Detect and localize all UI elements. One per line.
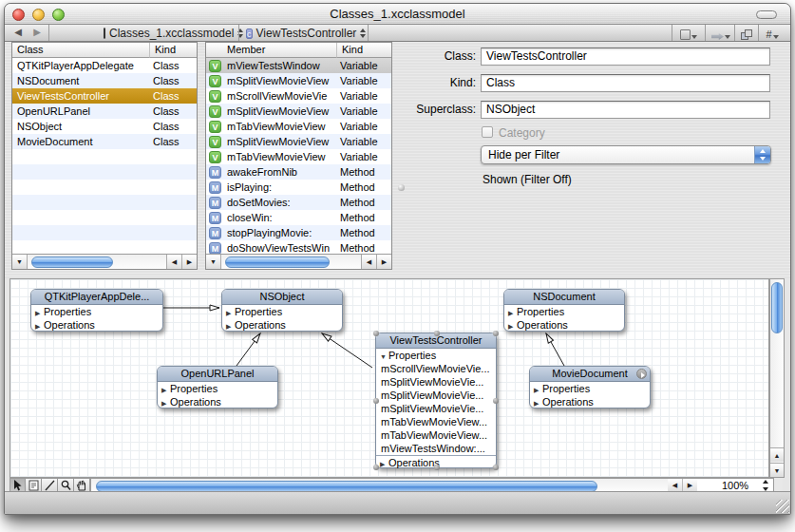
line-number-button[interactable]: # [761,26,784,41]
breakpoints-button[interactable] [708,26,734,41]
scrollbar-thumb[interactable] [96,481,597,492]
operations-row[interactable]: ▶Operations [222,318,342,332]
properties-row[interactable]: ▶Properties [530,382,650,395]
kind-column-header[interactable]: Kind [149,43,197,58]
superclass-field[interactable]: NSObject [481,101,770,119]
counterpart-button[interactable] [736,26,757,41]
class-box-moviedocument[interactable]: MovieDocument ▶Properties ▶Operations [529,366,651,408]
list-options-button[interactable]: ▼ [12,255,28,269]
forward-button[interactable]: ▶ [29,27,45,40]
disclosure-triangle-icon[interactable]: ▶ [380,458,388,468]
table-row[interactable]: NSObject Class [12,119,197,134]
operations-row[interactable]: ▶Operations [530,395,650,408]
property-item[interactable]: mSplitViewMovieVie... [376,375,496,389]
disclosure-triangle-icon[interactable]: ▶ [534,384,542,395]
scroll-down-button[interactable]: ▼ [770,463,784,477]
properties-row[interactable]: ▶Properties [222,305,342,318]
table-row[interactable]: V mScrollViewMovieVie Variable [206,88,391,104]
table-row[interactable]: M doSetMovies: Method [206,195,391,210]
disclosure-triangle-icon[interactable]: ▶ [226,320,235,332]
scroll-right-button[interactable]: ▶ [181,255,197,269]
scroll-right-button[interactable]: ▶ [376,255,391,269]
symbol-popup[interactable]: c ViewTestsController [242,25,364,42]
title-bar[interactable]: Classes_1.xcclassmodel [5,4,790,25]
disclosure-triangle-icon[interactable]: ▶ [35,320,44,332]
class-box-viewtestscontroller-selected[interactable]: ViewTestsController ▼Properties mScrollV… [375,332,497,468]
properties-row[interactable]: ▶Properties [31,305,162,318]
class-column-header[interactable]: Class [12,43,149,58]
filter-popup[interactable]: Hide per Filter [481,145,771,164]
property-item[interactable]: mSplitViewMovieVie... [376,402,496,415]
file-history-popup[interactable]: Classes_1.xcclassmodel [100,25,235,42]
operations-row[interactable]: ▶Operations [158,395,277,408]
property-item[interactable]: mTabViewMovieView... [376,428,496,442]
resize-grip[interactable] [776,500,789,513]
class-box-openurlpanel[interactable]: OpenURLPanel ▶Properties ▶Operations [157,366,278,408]
class-field[interactable]: ViewTestsController [481,48,770,66]
class-list-horizontal-scrollbar[interactable]: ▼ ◀ ▶ [12,254,197,269]
diagram-vertical-scrollbar[interactable]: ▲ ▼ [769,278,785,478]
table-row[interactable]: M awakeFromNib Method [206,164,391,180]
selection-handle[interactable] [493,331,499,336]
selection-handle[interactable] [373,465,379,470]
properties-row[interactable]: ▶Properties [504,305,624,318]
class-box-title[interactable]: MovieDocument [530,367,650,382]
table-row[interactable]: V mTabViewMovieView Variable [206,149,391,164]
table-row[interactable]: M isPlaying: Method [206,180,391,195]
operations-row[interactable]: ▶Operations [504,318,624,332]
class-diagram-canvas[interactable]: QTKitPlayerAppDele... ▶Properties ▶Opera… [9,278,769,478]
property-item[interactable]: mTabViewMovieView... [376,415,496,428]
table-row-selected[interactable]: ViewTestsController Class [12,88,197,104]
back-button[interactable]: ◀ [10,27,26,40]
property-item[interactable]: mViewTestsWindow:... [376,442,496,455]
disclosure-triangle-icon[interactable]: ▶ [161,397,170,408]
table-row[interactable]: V mSplitViewMovieView Variable [206,73,391,88]
selection-handle[interactable] [373,331,379,336]
properties-row-expanded[interactable]: ▼Properties [376,349,496,362]
property-item[interactable]: mScrollViewMovieVie... [376,362,496,375]
zoom-stepper-icon[interactable] [763,480,769,491]
class-box-title[interactable]: OpenURLPanel [158,367,277,382]
scroll-right-button[interactable]: ▶ [682,479,697,492]
table-row[interactable]: OpenURLPanel Class [12,104,197,119]
selection-handle[interactable] [493,398,499,404]
table-row[interactable]: V mTabViewMovieView Variable [206,119,391,134]
disclosure-triangle-icon[interactable]: ▶ [35,307,44,318]
class-box-title[interactable]: NSObject [222,290,342,305]
member-list-horizontal-scrollbar[interactable]: ▼ ◀ ▶ [206,254,391,269]
table-row[interactable]: QTKitPlayerAppDelegate Class [12,58,197,73]
bookmarks-button[interactable] [675,26,702,41]
disclosure-triangle-icon[interactable]: ▶ [534,397,542,408]
property-item[interactable]: mSplitViewMovieVie... [376,389,496,402]
operations-row[interactable]: ▶Operations [31,318,162,332]
kind-column-header[interactable]: Kind [336,43,391,58]
jump-to-class-icon[interactable] [636,369,647,379]
class-box-title[interactable]: QTKitPlayerAppDele... [31,290,162,305]
table-row[interactable]: V mSplitViewMovieView Variable [206,104,391,119]
splitter-dimple[interactable] [398,184,405,191]
selection-handle[interactable] [434,331,440,336]
scrollbar-thumb[interactable] [31,256,113,268]
class-box-title[interactable]: NSDocument [504,290,624,305]
selection-handle[interactable] [493,465,499,470]
disclosure-triangle-icon[interactable]: ▶ [508,320,517,332]
member-column-header[interactable]: Member [206,43,336,58]
class-box-nsdocument[interactable]: NSDocument ▶Properties ▶Operations [503,289,625,332]
table-row[interactable]: M closeWin: Method [206,210,391,225]
table-row[interactable]: NSDocument Class [12,73,197,88]
list-options-button[interactable]: ▼ [206,255,221,269]
class-box-nsobject[interactable]: NSObject ▶Properties ▶Operations [221,289,343,332]
properties-row[interactable]: ▶Properties [158,382,277,395]
table-row-selected[interactable]: V mViewTestsWindow Variable [206,58,391,73]
category-checkbox[interactable] [482,126,493,138]
disclosure-triangle-icon[interactable]: ▶ [161,384,170,395]
scrollbar-thumb[interactable] [225,256,330,268]
toolbar-pill-button[interactable] [756,10,777,19]
scroll-left-button[interactable]: ◀ [166,255,181,269]
selection-handle[interactable] [434,465,440,470]
scroll-left-button[interactable]: ◀ [668,479,682,492]
disclosure-triangle-icon[interactable]: ▶ [508,307,517,318]
selection-handle[interactable] [373,398,379,404]
disclosure-triangle-icon[interactable]: ▼ [380,351,388,362]
scroll-up-button[interactable]: ▲ [770,447,784,462]
